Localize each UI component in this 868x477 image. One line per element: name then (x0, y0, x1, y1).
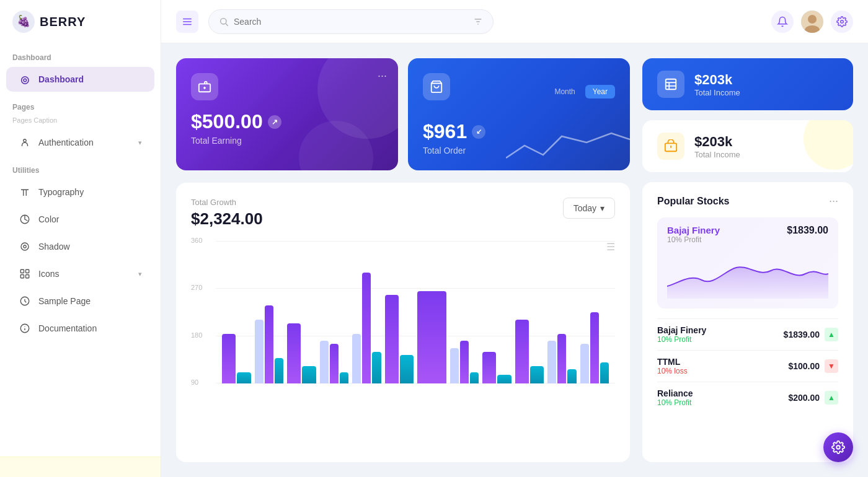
sidebar-item-authentication[interactable]: Authentication ▾ (6, 130, 154, 155)
bar-group (222, 241, 251, 383)
svg-point-5 (24, 245, 27, 248)
fab-button[interactable] (823, 432, 853, 462)
sidebar-item-shadow[interactable]: Shadow (6, 234, 154, 259)
sidebar-item-typography[interactable]: Typography (6, 180, 154, 204)
bar-teal (600, 362, 609, 384)
svg-rect-7 (26, 269, 29, 273)
sidebar-item-shadow-label: Shadow (38, 242, 70, 252)
svg-rect-6 (20, 269, 24, 273)
bar-group (352, 241, 381, 383)
sidebar-item-sample-page[interactable]: Sample Page (6, 289, 154, 313)
sidebar-item-color-label: Color (38, 214, 59, 224)
svg-rect-28 (666, 79, 676, 90)
bar-teal (340, 372, 348, 383)
icons-icon (19, 268, 31, 280)
sidebar-item-icons[interactable]: Icons ▾ (6, 261, 154, 286)
logo-area: 🍇 BERRY (0, 0, 161, 43)
earning-more-button[interactable]: ··· (378, 69, 387, 82)
stock-list-item: Reliance 10% Profit $200.00 ▲ (657, 382, 838, 413)
svg-text:🍇: 🍇 (17, 14, 31, 28)
stock-price: $1839.00 (784, 330, 820, 339)
search-input[interactable] (234, 17, 468, 27)
fab-settings-icon (831, 440, 845, 454)
earning-amount: $500.00 ↗ (191, 110, 383, 133)
income-white-info: $203k Total Income (694, 134, 740, 159)
sidebar-item-color[interactable]: Color (6, 207, 154, 232)
stock-info: Reliance 10% Profit (657, 388, 788, 407)
bar-chart (222, 241, 609, 383)
grid-label-90: 90 (191, 379, 198, 386)
bar-group (580, 241, 609, 383)
svg-point-2 (24, 139, 27, 142)
shopping-icon (430, 80, 443, 94)
section-dashboard-label: Dashboard (0, 43, 161, 66)
growth-header: Total Growth $2,324.00 Today ▾ (191, 198, 615, 229)
authentication-chevron: ▾ (138, 139, 142, 147)
bar-purple (590, 312, 599, 383)
order-trend-icon: ↙ (472, 125, 485, 139)
sidebar-footer (0, 457, 161, 477)
earning-icon-box (191, 73, 218, 100)
svg-point-34 (836, 445, 840, 449)
stocks-more-button[interactable]: ··· (829, 195, 838, 208)
growth-card: Total Growth $2,324.00 Today ▾ ☰ 360 270 (176, 183, 630, 462)
topbar (161, 0, 868, 43)
sidebar-item-typography-label: Typography (38, 187, 84, 197)
bar-purple (385, 295, 399, 383)
income-card-blue: $203k Total Income (642, 58, 853, 110)
income-blue-info: $203k Total Income (694, 72, 740, 97)
income-white-icon (657, 133, 684, 160)
bar-purple (287, 323, 301, 383)
icons-chevron: ▾ (138, 270, 142, 278)
bar-group (417, 241, 446, 383)
chart-area: ☰ 360 270 180 90 (191, 241, 615, 402)
svg-point-23 (841, 20, 844, 23)
bar-teal (497, 375, 511, 383)
avatar[interactable] (801, 11, 823, 33)
main-content: ··· $500.00 ↗ Total Earning Month Year (161, 43, 868, 477)
bar-group (515, 241, 544, 383)
bar-teal (302, 366, 316, 383)
order-card-top: Month Year (423, 73, 615, 110)
bar-group (287, 241, 316, 383)
menu-button[interactable] (176, 11, 198, 33)
stock-info: TTML 10% loss (657, 357, 788, 375)
bar-light (255, 320, 264, 384)
notification-button[interactable] (771, 11, 794, 33)
bar-purple (515, 320, 529, 384)
authentication-icon (19, 136, 31, 149)
filter-icon[interactable] (473, 17, 483, 27)
featured-stock-price: $1839.00 (787, 225, 828, 236)
growth-label: Total Growth (191, 198, 263, 207)
bell-icon (777, 16, 788, 27)
search-icon (219, 17, 229, 27)
stock-name: Bajaj Finery (657, 325, 784, 335)
income-card-white: $203k Total Income (642, 120, 853, 172)
income-white-amount: $203k (694, 134, 740, 150)
table-icon (664, 77, 678, 91)
bar-light (580, 344, 589, 383)
cash-register-icon (664, 139, 678, 153)
left-column: ··· $500.00 ↗ Total Earning Month Year (176, 58, 630, 462)
svg-point-4 (21, 243, 29, 250)
bar-light (352, 334, 361, 384)
bar-teal (372, 352, 381, 383)
settings-button[interactable] (831, 11, 853, 33)
month-toggle-button[interactable]: Month (547, 85, 582, 98)
sidebar-item-icons-label: Icons (38, 269, 59, 279)
stock-info: Bajaj Finery 10% Profit (657, 325, 784, 344)
wallet-icon (198, 80, 211, 94)
earning-card: ··· $500.00 ↗ Total Earning (176, 58, 398, 170)
bar-purple (330, 344, 339, 383)
bar-group (482, 241, 512, 383)
sidebar-item-dashboard-label: Dashboard (38, 74, 84, 84)
earning-trend-icon: ↗ (268, 115, 281, 129)
stocks-header: Popular Stocks ··· (657, 195, 838, 208)
grid-label-360: 360 (191, 237, 202, 244)
year-toggle-button[interactable]: Year (585, 85, 615, 98)
sidebar-item-documentation[interactable]: Documentation (6, 316, 154, 341)
stock-arrow-icon: ▲ (825, 328, 838, 341)
sidebar-item-dashboard[interactable]: ◎ Dashboard (6, 67, 154, 92)
topbar-right (771, 11, 853, 33)
today-button[interactable]: Today ▾ (563, 198, 615, 219)
